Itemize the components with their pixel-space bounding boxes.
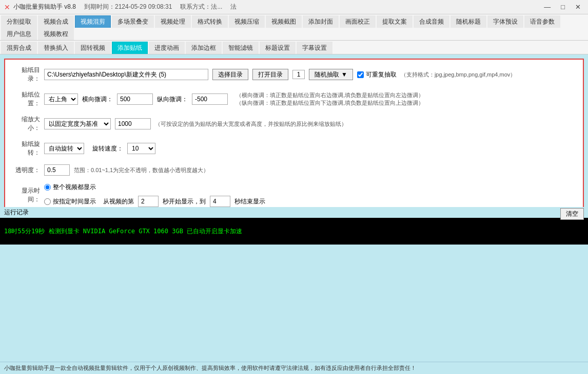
random-pick-label: 随机抽取 xyxy=(315,70,339,79)
rotate-speed-select[interactable]: 5 10 15 20 xyxy=(127,143,155,154)
sticker-dir-row: 贴纸目录： 选择目录 打开目录 1 随机抽取 ▼ 可重复抽取 （支持格式：jpg… xyxy=(11,66,577,83)
tab-标题设置[interactable]: 标题设置 xyxy=(260,42,296,54)
scale-label: 缩放大小： xyxy=(11,115,40,133)
radio1-label[interactable]: 整个视频都显示 xyxy=(44,183,265,192)
h-adj-hint: （横向微调：填正数是贴纸位置向右边微调,填负数是贴纸位置向左边微调） xyxy=(236,91,424,99)
h-adj-input[interactable] xyxy=(117,93,153,105)
app-icon: ✕ xyxy=(4,3,10,11)
tab-视频截图[interactable]: 视频截图 xyxy=(266,15,302,28)
radio1-text: 整个视频都显示 xyxy=(53,183,96,192)
tab-固转视频[interactable]: 固转视频 xyxy=(75,42,111,54)
tab-添加封面[interactable]: 添加封面 xyxy=(303,15,339,28)
repeatable-label: 可重复抽取 xyxy=(366,70,397,79)
display-time-label: 显示时间： xyxy=(11,186,40,204)
tab-视频混剪[interactable]: 视频混剪 xyxy=(75,15,111,28)
v-adj-label: 纵向微调： xyxy=(157,95,188,104)
title-bar: ✕ 小咖批量剪辑助手 v8.8 到期时间：2124-05-29 09:08:31… xyxy=(0,0,588,14)
tab-多场景叠变[interactable]: 多场景叠变 xyxy=(112,15,154,28)
log-clear-button[interactable]: 清空 xyxy=(560,208,584,220)
tab-添加贴纸[interactable]: 添加贴纸 xyxy=(112,42,148,54)
sticker-dir-input[interactable] xyxy=(44,69,208,80)
tab-字幕设置[interactable]: 字幕设置 xyxy=(297,42,332,54)
random-pick-button[interactable]: 随机抽取 ▼ xyxy=(309,69,353,80)
footer-text: 小咖批量剪辑助手是一款全自动视频批量剪辑软件，仅用于个人原创视频制作、提高剪辑效… xyxy=(4,365,416,371)
tab-随机标题[interactable]: 随机标题 xyxy=(450,15,486,28)
from-label: 从视频的第 xyxy=(103,197,134,206)
scale-hint: （可按设定的值为贴纸的最大宽度或者高度，并按贴纸的原比例来缩放贴纸） xyxy=(155,120,347,128)
tab-用户信息[interactable]: 用户信息 xyxy=(1,28,37,40)
from-unit: 秒开始显示，到 xyxy=(163,197,206,206)
opacity-row: 透明度： 范围：0.01~1,1为完全不透明，数值越小透明度越大） xyxy=(11,164,577,176)
maximize-button[interactable]: □ xyxy=(558,2,568,12)
log-header-text: 运行记录 xyxy=(4,209,29,216)
log-header-row: 运行记录 清空 xyxy=(0,207,588,218)
tab-row-2: 混剪合成 替换插入 固转视频 添加贴纸 进度动画 添加边框 智能滤镜 标题设置 … xyxy=(0,41,588,54)
to-time-input[interactable] xyxy=(210,196,230,207)
footer: 小咖批量剪辑助手是一款全自动视频批量剪辑软件，仅用于个人原创视频制作、提高剪辑效… xyxy=(0,362,588,374)
support-formats-text: （支持格式：jpg,jpeg,bmp,png,gif,mp4,mov） xyxy=(401,71,516,79)
opacity-label: 透明度： xyxy=(11,166,40,175)
adj-hints: （横向微调：填正数是贴纸位置向右边微调,填负数是贴纸位置向左边微调） （纵向微调… xyxy=(236,91,424,107)
radio-timed[interactable] xyxy=(44,198,51,205)
tab-替换插入[interactable]: 替换插入 xyxy=(38,42,74,54)
log-content: 18时55分19秒 检测到显卡 NVIDIA GeForce GTX 1060 … xyxy=(0,218,588,245)
tab-进度动画[interactable]: 进度动画 xyxy=(149,42,185,54)
position-select[interactable]: 右上角 左上角 左下角 右下角 居中 xyxy=(44,93,78,105)
opacity-input[interactable] xyxy=(44,164,70,176)
opacity-hint: 范围：0.01~1,1为完全不透明，数值越小透明度越大） xyxy=(74,166,209,174)
position-row: 贴纸位置： 右上角 左上角 左下角 右下角 居中 横向微调： 纵向微调： （横向… xyxy=(11,90,577,108)
title-bar-left: ✕ 小咖批量剪辑助手 v8.8 到期时间：2124-05-29 09:08:31… xyxy=(4,3,237,11)
tab-画面校正[interactable]: 画面校正 xyxy=(340,15,376,28)
tab-视频教程[interactable]: 视频教程 xyxy=(38,28,74,40)
v-adj-hint: （纵向微调：填正数是贴纸位置向下边微调,填负数是贴纸位置向上边微调） xyxy=(236,99,424,107)
scale-value-input[interactable] xyxy=(115,118,151,129)
main-content: 贴纸目录： 选择目录 打开目录 1 随机抽取 ▼ 可重复抽取 （支持格式：jpg… xyxy=(0,54,588,226)
log-message: 18时55分19秒 检测到显卡 NVIDIA GeForce GTX 1060 … xyxy=(4,227,242,236)
rotate-label: 贴纸旋转： xyxy=(11,140,40,157)
tab-row-1: 分割提取 视频合成 视频混剪 多场景叠变 视频处理 格式转换 视频压缩 视频截图… xyxy=(0,14,588,41)
to-unit: 秒结束显示 xyxy=(234,197,265,206)
v-adj-input[interactable] xyxy=(192,93,228,105)
open-dir-button[interactable]: 打开目录 xyxy=(252,69,288,80)
repeatable-checkbox-label[interactable]: 可重复抽取 xyxy=(357,70,397,79)
tab-智能滤镜[interactable]: 智能滤镜 xyxy=(223,42,259,54)
tab-合成音频[interactable]: 合成音频 xyxy=(414,15,449,28)
tab-格式转换[interactable]: 格式转换 xyxy=(192,15,228,28)
tab-分割提取[interactable]: 分割提取 xyxy=(1,15,37,28)
display-time-row: 显示时间： 整个视频都显示 按指定时间显示 从视频的第 秒开始显示，到 秒结束显… xyxy=(11,183,577,207)
title-bar-controls: — □ ✕ xyxy=(541,2,584,12)
app-title: 小咖批量剪辑助手 v8.8 xyxy=(13,3,76,11)
tab-混剪合成[interactable]: 混剪合成 xyxy=(1,42,37,54)
scale-row: 缩放大小： 以固定宽度为基准 以固定高度为基准 （可按设定的值为贴纸的最大宽度或… xyxy=(11,115,577,133)
rotate-speed-label: 旋转速度： xyxy=(92,144,123,153)
display-time-options: 整个视频都显示 按指定时间显示 从视频的第 秒开始显示，到 秒结束显示 xyxy=(44,183,265,207)
tab-视频处理[interactable]: 视频处理 xyxy=(155,15,191,28)
radio2-text: 按指定时间显示 xyxy=(53,197,96,206)
extra-text: 法 xyxy=(230,3,237,11)
close-button[interactable]: ✕ xyxy=(572,2,584,12)
tab-字体预设[interactable]: 字体预设 xyxy=(487,15,523,28)
from-time-input[interactable] xyxy=(138,196,159,207)
radio-all-video[interactable] xyxy=(44,184,51,191)
radio2-label[interactable]: 按指定时间显示 从视频的第 秒开始显示，到 秒结束显示 xyxy=(44,196,265,207)
tab-提取文案[interactable]: 提取文案 xyxy=(377,15,413,28)
tab-添加边框[interactable]: 添加边框 xyxy=(186,42,222,54)
contact-text: 联系方式：法... xyxy=(180,3,222,11)
position-label: 贴纸位置： xyxy=(11,90,40,108)
dropdown-icon: ▼ xyxy=(341,71,347,78)
scale-select[interactable]: 以固定宽度为基准 以固定高度为基准 xyxy=(44,118,111,129)
expiry-text: 到期时间：2124-05-29 09:08:31 xyxy=(84,3,172,11)
tab-视频压缩[interactable]: 视频压缩 xyxy=(229,15,265,28)
settings-panel: 贴纸目录： 选择目录 打开目录 1 随机抽取 ▼ 可重复抽取 （支持格式：jpg… xyxy=(4,59,584,221)
sticker-dir-label: 贴纸目录： xyxy=(11,66,40,83)
repeatable-checkbox[interactable] xyxy=(357,71,364,78)
tab-视频合成[interactable]: 视频合成 xyxy=(38,15,74,28)
h-adj-label: 横向微调： xyxy=(82,95,113,104)
select-dir-button[interactable]: 选择目录 xyxy=(212,69,248,80)
minimize-button[interactable]: — xyxy=(541,2,554,12)
tab-语音参数[interactable]: 语音参数 xyxy=(524,15,560,28)
rotate-row: 贴纸旋转： 自动旋转 不旋转 顺时针 逆时针 旋转速度： 5 10 15 20 xyxy=(11,140,577,157)
count-badge: 1 xyxy=(292,70,305,79)
rotate-select[interactable]: 自动旋转 不旋转 顺时针 逆时针 xyxy=(44,143,84,154)
log-area: 运行记录 清空 18时55分19秒 检测到显卡 NVIDIA GeForce G… xyxy=(0,207,588,245)
